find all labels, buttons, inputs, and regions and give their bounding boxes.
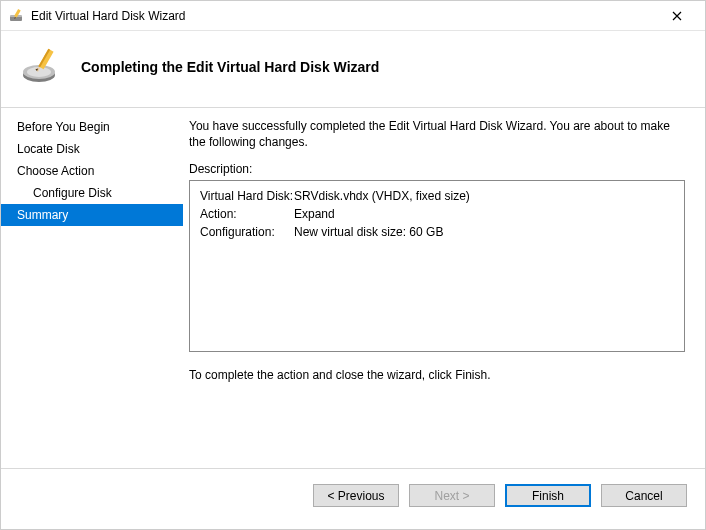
description-row: Action:Expand	[200, 205, 674, 223]
sidebar-step[interactable]: Choose Action	[1, 160, 183, 182]
app-icon	[9, 8, 25, 24]
button-bar: < Previous Next > Finish Cancel	[1, 468, 705, 522]
disk-pencil-icon	[21, 45, 65, 89]
close-button[interactable]	[657, 1, 697, 31]
wizard-header: Completing the Edit Virtual Hard Disk Wi…	[1, 31, 705, 108]
finish-note: To complete the action and close the wiz…	[189, 368, 685, 382]
titlebar: Edit Virtual Hard Disk Wizard	[1, 1, 705, 31]
intro-text: You have successfully completed the Edit…	[189, 118, 685, 150]
description-key: Configuration:	[200, 223, 294, 241]
description-value: New virtual disk size: 60 GB	[294, 223, 443, 241]
page-title: Completing the Edit Virtual Hard Disk Wi…	[81, 59, 379, 75]
description-value: Expand	[294, 205, 335, 223]
sidebar-step[interactable]: Before You Begin	[1, 116, 183, 138]
step-sidebar: Before You BeginLocate DiskChoose Action…	[1, 108, 183, 468]
window-title: Edit Virtual Hard Disk Wizard	[31, 9, 657, 23]
wizard-body: Before You BeginLocate DiskChoose Action…	[1, 108, 705, 468]
description-value: SRVdisk.vhdx (VHDX, fixed size)	[294, 187, 470, 205]
finish-button[interactable]: Finish	[505, 484, 591, 507]
description-key: Virtual Hard Disk:	[200, 187, 294, 205]
next-button: Next >	[409, 484, 495, 507]
sidebar-step[interactable]: Locate Disk	[1, 138, 183, 160]
description-row: Configuration:New virtual disk size: 60 …	[200, 223, 674, 241]
cancel-button[interactable]: Cancel	[601, 484, 687, 507]
sidebar-step[interactable]: Configure Disk	[1, 182, 183, 204]
previous-button[interactable]: < Previous	[313, 484, 399, 507]
description-key: Action:	[200, 205, 294, 223]
sidebar-step[interactable]: Summary	[1, 204, 183, 226]
content-pane: You have successfully completed the Edit…	[183, 108, 705, 468]
description-row: Virtual Hard Disk:SRVdisk.vhdx (VHDX, fi…	[200, 187, 674, 205]
description-label: Description:	[189, 162, 685, 176]
description-box: Virtual Hard Disk:SRVdisk.vhdx (VHDX, fi…	[189, 180, 685, 352]
